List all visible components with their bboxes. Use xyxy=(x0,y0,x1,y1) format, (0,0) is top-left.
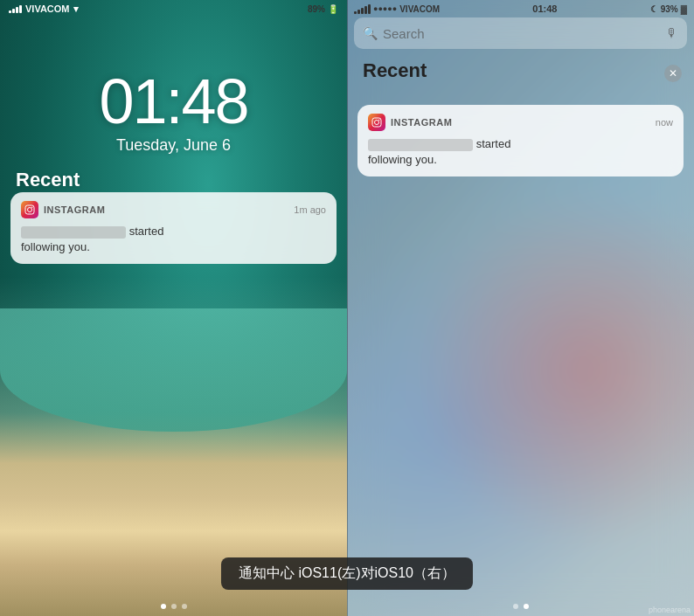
watermark: phonearena xyxy=(649,606,691,614)
instagram-icon-left xyxy=(21,201,38,218)
carrier-left: VIVACOM xyxy=(25,3,70,14)
battery-icon-left: 🔋 xyxy=(328,4,338,14)
instagram-icon-right xyxy=(368,114,385,131)
dot-3-left xyxy=(182,604,187,609)
wifi-icon: ▾ xyxy=(73,3,79,15)
close-icon-right: ✕ xyxy=(669,67,677,80)
left-panel: VIVACOM ▾ 89% 🔋 01:48 Tuesday, June 6 Re… xyxy=(0,0,347,616)
signal-bars-right-icon xyxy=(354,4,371,14)
svg-point-5 xyxy=(378,120,380,121)
svg-point-4 xyxy=(375,121,379,125)
left-status-left: VIVACOM ▾ xyxy=(9,3,79,15)
notif-following-right: following you. xyxy=(368,153,437,166)
notif-app-name-right: INSTAGRAM xyxy=(391,117,452,128)
left-status-bar: VIVACOM ▾ 89% 🔋 xyxy=(0,0,347,17)
svg-point-1 xyxy=(28,208,32,212)
close-button-right[interactable]: ✕ xyxy=(664,65,682,82)
search-bar[interactable]: 🔍 Search 🎙 xyxy=(354,17,687,49)
search-icon: 🔍 xyxy=(363,26,378,40)
notif-action-left: started xyxy=(129,225,164,238)
panel-divider xyxy=(347,0,348,616)
time-right-status: 01:48 xyxy=(532,3,557,14)
left-status-right: 89% 🔋 xyxy=(308,4,338,14)
notif-action-right: started xyxy=(476,137,511,150)
battery-icon-right: ▓ xyxy=(681,4,687,14)
page-dots-right xyxy=(347,604,694,609)
notif-app-left: INSTAGRAM xyxy=(21,201,105,218)
notification-card-right[interactable]: INSTAGRAM now started following you. xyxy=(357,105,684,176)
notif-header-right: INSTAGRAM now xyxy=(368,114,673,131)
search-input-text[interactable]: Search xyxy=(383,26,666,41)
page-dots-left xyxy=(0,604,347,609)
recent-label-left: Recent xyxy=(16,169,80,191)
right-background xyxy=(347,0,694,616)
caption-overlay: 通知中心 iOS11(左)对iOS10（右） xyxy=(221,557,473,590)
dot-2-left xyxy=(171,604,177,609)
notif-app-right: INSTAGRAM xyxy=(368,114,452,131)
dot-1-right xyxy=(513,604,518,609)
notif-blur-right xyxy=(368,139,473,151)
notif-body-left: started following you. xyxy=(21,224,326,255)
notif-header-left: INSTAGRAM 1m ago xyxy=(21,201,326,218)
dot-1-left xyxy=(161,604,166,609)
right-status-center: 01:48 xyxy=(532,3,557,14)
svg-rect-3 xyxy=(372,118,381,127)
notif-following-left: following you. xyxy=(21,240,90,253)
dot-2-right xyxy=(524,604,529,609)
clock-date: Tuesday, June 6 xyxy=(0,136,347,155)
notif-time-left: 1m ago xyxy=(294,204,326,215)
svg-point-2 xyxy=(31,207,33,209)
time-display: 01:48 Tuesday, June 6 xyxy=(0,70,347,155)
notif-body-right: started following you. xyxy=(368,136,673,168)
right-status-right-group: ☾ 93% ▓ xyxy=(650,4,687,14)
svg-rect-0 xyxy=(25,205,34,214)
battery-percent-right: 93% xyxy=(661,4,678,14)
right-status-left: ●●●●● VIVACOM xyxy=(354,4,440,14)
notification-card-left[interactable]: INSTAGRAM 1m ago started following you. xyxy=(10,192,337,264)
notif-app-name-left: INSTAGRAM xyxy=(44,204,105,215)
signal-bars-icon xyxy=(9,5,22,13)
right-panel: ●●●●● VIVACOM 01:48 ☾ 93% ▓ 🔍 Search 🎙 R… xyxy=(347,0,694,616)
clock-time: 01:48 xyxy=(0,70,347,133)
recent-label-right: Recent xyxy=(363,59,427,82)
dots-right: ●●●●● xyxy=(373,4,397,13)
notif-time-right: now xyxy=(656,117,673,128)
microphone-icon[interactable]: 🎙 xyxy=(666,26,678,40)
moon-icon: ☾ xyxy=(650,4,658,14)
right-status-bar: ●●●●● VIVACOM 01:48 ☾ 93% ▓ xyxy=(347,0,694,17)
notif-blur-left xyxy=(21,226,126,239)
battery-percent-left: 89% xyxy=(308,4,325,14)
carrier-right: VIVACOM xyxy=(399,4,440,14)
